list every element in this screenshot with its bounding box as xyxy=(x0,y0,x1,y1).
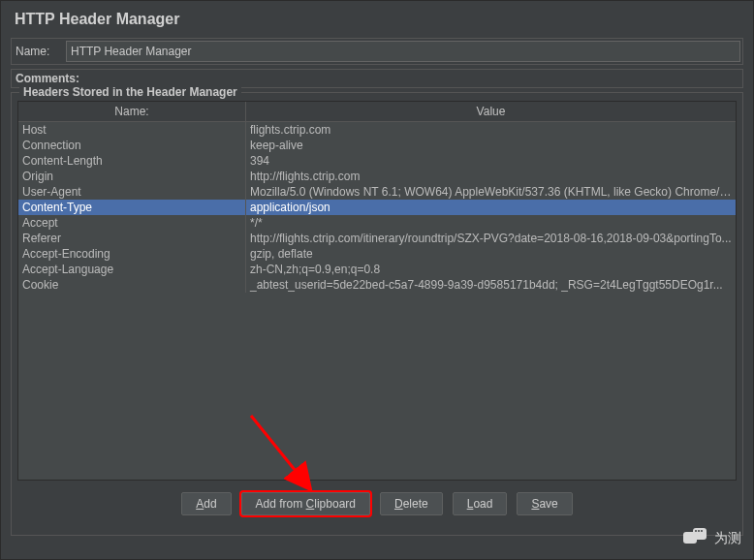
add-from-clipboard-button[interactable]: Add from Clipboard xyxy=(241,492,370,515)
header-value-cell[interactable]: 394 xyxy=(246,153,737,169)
header-name-cell[interactable]: Content-Type xyxy=(18,200,246,215)
header-value-cell[interactable]: gzip, deflate xyxy=(246,246,737,262)
watermark-text: 为测 xyxy=(714,530,741,547)
headers-table-wrap: Name: Value Hostflights.ctrip.comConnect… xyxy=(17,101,737,481)
button-bar: Add Add from Clipboard Delete Load Save xyxy=(17,492,737,515)
table-row[interactable]: Accept-Languagezh-CN,zh;q=0.9,en;q=0.8 xyxy=(18,262,736,277)
group-title: Headers Stored in the Header Manager xyxy=(19,85,241,99)
watermark: 为测 xyxy=(683,528,741,549)
table-row[interactable]: Accept-Encodinggzip, deflate xyxy=(18,246,736,262)
table-row[interactable]: Content-Typeapplication/json xyxy=(18,200,736,215)
header-name-cell[interactable]: Accept-Encoding xyxy=(18,246,246,262)
table-row[interactable]: User-AgentMozilla/5.0 (Windows NT 6.1; W… xyxy=(18,184,736,200)
add-button-rest: dd xyxy=(204,497,216,511)
header-name-cell[interactable]: Cookie xyxy=(18,277,246,293)
header-value-cell[interactable]: http://flights.ctrip.com xyxy=(246,169,737,184)
col-name[interactable]: Name: xyxy=(18,102,246,122)
name-input[interactable] xyxy=(66,41,740,62)
table-row[interactable]: Hostflights.ctrip.com xyxy=(18,122,736,139)
col-value[interactable]: Value xyxy=(246,102,737,122)
table-row[interactable]: Cookie_abtest_userid=5de22bed-c5a7-4899-… xyxy=(18,277,736,293)
header-name-cell[interactable]: Host xyxy=(18,122,246,139)
delete-button[interactable]: Delete xyxy=(380,492,443,515)
header-value-cell[interactable]: keep-alive xyxy=(246,138,737,153)
wechat-icon xyxy=(683,528,708,549)
header-value-cell[interactable]: http://flights.ctrip.com/itinerary/round… xyxy=(246,231,737,246)
header-name-cell[interactable]: Origin xyxy=(18,169,246,184)
table-row[interactable]: Accept*/* xyxy=(18,215,736,231)
save-button[interactable]: Save xyxy=(517,492,572,515)
header-value-cell[interactable]: flights.ctrip.com xyxy=(246,122,737,139)
name-row: Name: xyxy=(11,38,743,65)
headers-group: Headers Stored in the Header Manager Nam… xyxy=(11,92,743,536)
header-name-cell[interactable]: Accept-Language xyxy=(18,262,246,277)
http-header-manager-panel: HTTP Header Manager Name: Comments: Head… xyxy=(0,0,754,560)
name-label: Name: xyxy=(14,45,66,58)
header-value-cell[interactable]: */* xyxy=(246,215,737,231)
table-row[interactable]: Refererhttp://flights.ctrip.com/itinerar… xyxy=(18,231,736,246)
header-value-cell[interactable]: _abtest_userid=5de22bed-c5a7-4899-9a39-d… xyxy=(246,277,737,293)
table-row[interactable]: Connectionkeep-alive xyxy=(18,138,736,153)
header-value-cell[interactable]: zh-CN,zh;q=0.9,en;q=0.8 xyxy=(246,262,737,277)
header-name-cell[interactable]: Accept xyxy=(18,215,246,231)
table-row[interactable]: Content-Length394 xyxy=(18,153,736,169)
header-name-cell[interactable]: Referer xyxy=(18,231,246,246)
table-row[interactable]: Originhttp://flights.ctrip.com xyxy=(18,169,736,184)
headers-table[interactable]: Name: Value Hostflights.ctrip.comConnect… xyxy=(18,102,736,293)
header-value-cell[interactable]: Mozilla/5.0 (Windows NT 6.1; WOW64) Appl… xyxy=(246,184,737,200)
header-value-cell[interactable]: application/json xyxy=(246,200,737,215)
header-name-cell[interactable]: Connection xyxy=(18,138,246,153)
add-button[interactable]: Add xyxy=(181,492,231,515)
load-button[interactable]: Load xyxy=(453,492,508,515)
comments-label: Comments: xyxy=(16,72,79,85)
panel-title: HTTP Header Manager xyxy=(15,11,743,28)
header-name-cell[interactable]: Content-Length xyxy=(18,153,246,169)
header-name-cell[interactable]: User-Agent xyxy=(18,184,246,200)
